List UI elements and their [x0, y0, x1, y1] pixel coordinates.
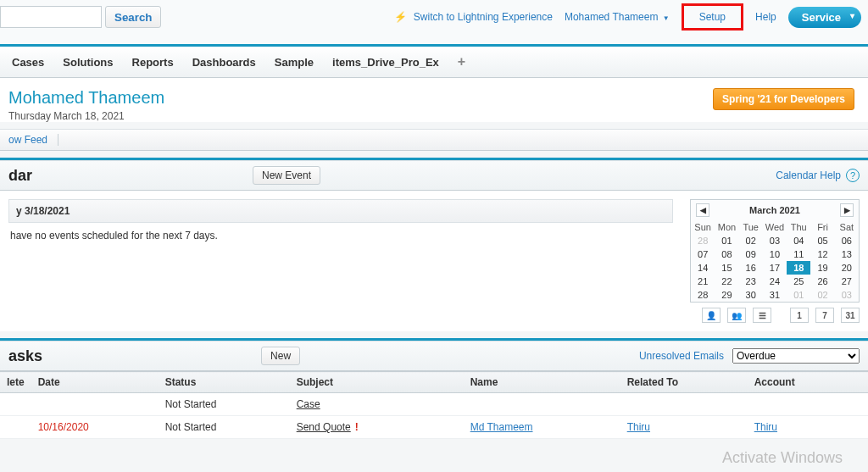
calendar-next-month[interactable]: ▶ [840, 203, 854, 217]
calendar-day-12[interactable]: 12 [810, 247, 834, 261]
tasks-filter-select[interactable]: Overdue [732, 348, 860, 364]
multi-user-view-icon[interactable]: 👥 [727, 308, 746, 323]
calendar-day-03[interactable]: 03 [763, 234, 787, 247]
task-cell [0, 416, 31, 439]
calendar-day-01[interactable]: 01 [787, 288, 810, 302]
switch-lightning-label: Switch to Lightning Experience [414, 11, 553, 23]
calendar-day-13[interactable]: 13 [835, 247, 859, 261]
col-name[interactable]: Name [464, 372, 620, 393]
tab-dashboards[interactable]: Dashboards [192, 56, 256, 69]
calendar-dow: Sun [691, 220, 715, 234]
nav-tabs: CasesSolutionsReportsDashboardsSampleite… [0, 44, 868, 78]
tab-sample[interactable]: Sample [275, 56, 314, 69]
calendar-day-29[interactable]: 29 [715, 288, 738, 302]
tab-solutions[interactable]: Solutions [63, 56, 113, 69]
calendar-day-16[interactable]: 16 [739, 261, 763, 275]
task-cell[interactable]: Send Quote! [290, 416, 464, 439]
tasks-section-title: asks [8, 347, 42, 365]
calendar-day-25[interactable]: 25 [787, 275, 810, 288]
calendar-day-14[interactable]: 14 [691, 261, 715, 275]
page-subtitle-date: Thursday March 18, 2021 [8, 108, 164, 122]
search-button[interactable]: Search [105, 6, 161, 28]
calendar-day-26[interactable]: 26 [810, 275, 834, 288]
calendar-day-05[interactable]: 05 [810, 234, 834, 247]
calendar-day-21[interactable]: 21 [691, 275, 715, 288]
spring-release-badge[interactable]: Spring '21 for Developers [713, 88, 854, 110]
task-cell[interactable]: Thiru [748, 416, 868, 439]
calendar-dow: Mon [715, 220, 738, 234]
single-user-view-icon[interactable]: 👤 [702, 308, 721, 323]
tab-reports[interactable]: Reports [132, 56, 174, 69]
col-account[interactable]: Account [748, 372, 868, 393]
task-cell[interactable]: Thiru [620, 416, 748, 439]
calendar-day-27[interactable]: 27 [835, 275, 859, 288]
task-cell: Not Started [159, 416, 290, 439]
calendar-day-17[interactable]: 17 [763, 261, 787, 275]
calendar-day-01[interactable]: 01 [715, 234, 738, 247]
calendar-day-02[interactable]: 02 [739, 234, 763, 247]
mini-calendar: ◀ March 2021 ▶ SunMonTueWedThuFriSat 280… [690, 199, 860, 303]
calendar-prev-month[interactable]: ◀ [696, 203, 709, 217]
switch-lightning-link[interactable]: ⚡ Switch to Lightning Experience [394, 11, 552, 23]
calendar-day-08[interactable]: 08 [715, 247, 738, 261]
new-task-button[interactable]: New [261, 347, 300, 365]
calendar-day-18[interactable]: 18 [787, 261, 810, 275]
task-cell: Not Started [159, 393, 290, 416]
chevron-down-icon: ▼ [663, 14, 670, 22]
col-complete[interactable]: lete [0, 372, 31, 393]
tasks-table: lete Date Status Subject Name Related To… [0, 371, 868, 439]
task-cell[interactable]: Md Thameem [464, 416, 620, 439]
calendar-day-07[interactable]: 07 [691, 247, 715, 261]
setup-link[interactable]: Setup [699, 11, 726, 23]
user-menu[interactable]: Mohamed Thameem ▼ [565, 11, 670, 23]
show-feed-button[interactable]: ow Feed [8, 134, 58, 146]
tab-items-drive-pro-ex[interactable]: items_Drive_Pro_Ex [332, 56, 439, 69]
calendar-day-28[interactable]: 28 [691, 288, 715, 302]
calendar-day-28[interactable]: 28 [691, 234, 715, 247]
task-cell [31, 393, 159, 416]
calendar-day-11[interactable]: 11 [787, 247, 810, 261]
col-subject[interactable]: Subject [290, 372, 464, 393]
calendar-help-link[interactable]: Calendar Help [776, 169, 841, 181]
task-cell[interactable]: Case [290, 393, 464, 416]
tab-cases[interactable]: Cases [12, 56, 44, 69]
calendar-day-20[interactable]: 20 [835, 261, 859, 275]
col-status[interactable]: Status [159, 372, 290, 393]
calendar-day-24[interactable]: 24 [763, 275, 787, 288]
unresolved-emails-link[interactable]: Unresolved Emails [639, 350, 724, 362]
calendar-day-03[interactable]: 03 [835, 288, 859, 302]
feed-bar: ow Feed [0, 129, 868, 151]
week-view-button[interactable]: 7 [815, 308, 834, 323]
app-switcher-service[interactable]: Service [788, 7, 861, 28]
list-view-icon[interactable]: ☰ [753, 308, 771, 323]
lightning-icon: ⚡ [394, 11, 407, 23]
calendar-day-23[interactable]: 23 [739, 275, 763, 288]
task-cell [0, 393, 31, 416]
calendar-day-06[interactable]: 06 [835, 234, 859, 247]
month-view-button[interactable]: 31 [841, 308, 860, 323]
calendar-day-19[interactable]: 19 [810, 261, 834, 275]
calendar-day-04[interactable]: 04 [787, 234, 810, 247]
col-date[interactable]: Date [31, 372, 159, 393]
calendar-day-30[interactable]: 30 [739, 288, 763, 302]
global-search-input[interactable] [0, 6, 102, 28]
table-row: 10/16/2020Not StartedSend Quote!Md Thame… [0, 416, 868, 439]
new-event-button[interactable]: New Event [253, 166, 320, 185]
calendar-dow: Sat [835, 220, 859, 234]
calendar-empty-message: have no events scheduled for the next 7 … [8, 223, 673, 248]
help-icon[interactable]: ? [846, 169, 860, 182]
calendar-day-22[interactable]: 22 [715, 275, 738, 288]
col-related[interactable]: Related To [620, 372, 748, 393]
day-view-button[interactable]: 1 [790, 308, 809, 323]
calendar-day-09[interactable]: 09 [739, 247, 763, 261]
calendar-day-31[interactable]: 31 [763, 288, 787, 302]
user-menu-label: Mohamed Thameem [565, 11, 659, 23]
add-tab-button[interactable]: + [458, 54, 465, 69]
task-cell [620, 393, 748, 416]
calendar-day-15[interactable]: 15 [715, 261, 738, 275]
calendar-day-02[interactable]: 02 [810, 288, 834, 302]
calendar-day-10[interactable]: 10 [763, 247, 787, 261]
calendar-section-title: dar [8, 167, 32, 185]
calendar-dow: Fri [810, 220, 834, 234]
help-link[interactable]: Help [755, 11, 776, 23]
